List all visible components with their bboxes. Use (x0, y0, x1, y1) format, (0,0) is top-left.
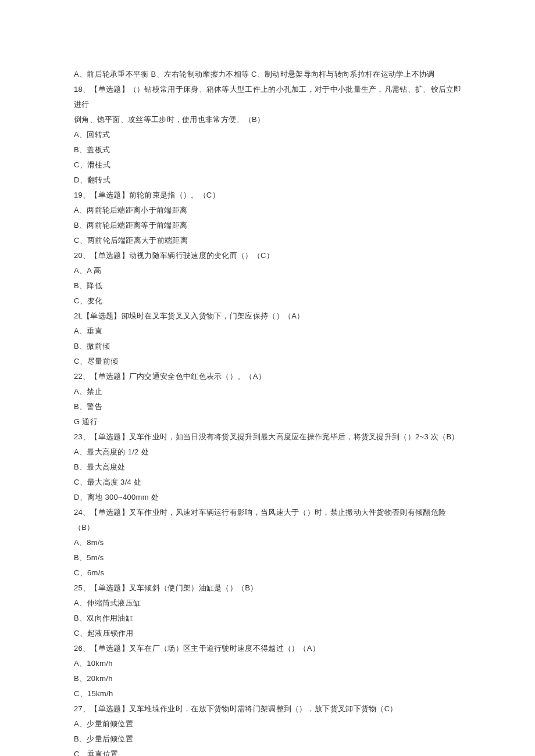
q21-option-c: C、尽量前倾 (74, 354, 464, 369)
q21-option-a: A、垂直 (74, 324, 464, 339)
q18-option-d: D、翻转式 (74, 173, 464, 188)
q18-option-b: B、盖板式 (74, 142, 464, 157)
q26-option-a: A、10km/h (74, 656, 464, 671)
q26-stem: 26、【单选题】叉车在厂（场）区主干道行驶时速度不得越过（）（A） (74, 641, 464, 656)
q25-option-b: B、双向作用油缸 (74, 611, 464, 626)
q24-option-c: C、6m/s (74, 565, 464, 581)
q23-option-a: A、最大高度的 1/2 处 (74, 445, 464, 460)
q20-option-a: A、A 高 (74, 263, 464, 278)
q26-option-b: B、20km/h (74, 671, 464, 686)
q27-stem: 27、【单选题】叉车堆垛作业时，在放下货物时需将门架调整到（），放下货叉卸下货物… (74, 701, 464, 716)
q21-option-b: B、微前倾 (74, 339, 464, 354)
q26-option-c: C、15km/h (74, 686, 464, 701)
q18-option-a: A、回转式 (74, 127, 464, 142)
q20-option-c: C、变化 (74, 293, 464, 309)
q24-option-a: A、8m/s (74, 535, 464, 550)
q23-option-b: B、最大高度处 (74, 460, 464, 475)
q20-option-b: B、降低 (74, 278, 464, 293)
q19-option-b: B、两前轮后端距离等于前端距离 (74, 218, 464, 233)
q22-option-c: G 通行 (74, 414, 464, 429)
q23-option-c: C、最大高度 3/4 处 (74, 475, 464, 490)
q25-option-c: C、起液压锁作用 (74, 626, 464, 641)
q23-stem: 23、【单选题】叉车作业时，如当日没有将货叉提升到最大高度应在操作完毕后，将货叉… (74, 429, 464, 445)
q24-stem: 24、【单选题】叉车作业时，风速对车辆运行有影响，当风速大于（）时，禁止搬动大件… (74, 505, 464, 535)
q25-stem: 25、【单选题】叉车倾斜（使门架）油缸是（）（B） (74, 581, 464, 596)
q20-stem: 20、【单选题】动视力随车辆行驶速度的变化而（）（C） (74, 248, 464, 263)
q18-option-c: C、滑柱式 (74, 157, 464, 173)
q19-stem: 19、【单选题】前轮前束是指（）。（C） (74, 188, 464, 203)
q24-option-b: B、5m/s (74, 550, 464, 565)
q25-option-a: A、伸缩筒式液压缸 (74, 596, 464, 611)
q18-stem-line2: 倒角、锪平面、攻丝等工步时，使用也非常方便。（B） (74, 112, 464, 127)
q22-option-a: A、禁止 (74, 384, 464, 399)
q22-option-b: B、警告 (74, 399, 464, 414)
q27-option-c: C、垂直位置 (74, 747, 464, 756)
q23-option-d: D、离地 300~400mm 处 (74, 490, 464, 505)
q19-option-c: C、两前轮后端距离大于前端距离 (74, 233, 464, 248)
q27-option-b: B、少量后倾位置 (74, 732, 464, 747)
q17-options: A、前后轮承重不平衡 B、左右轮制动摩擦力不相等 C、制动时悬架导向杆与转向系拉… (74, 67, 464, 82)
q19-option-a: A、两前轮后端距离小于前端距离 (74, 203, 464, 218)
q22-stem: 22、【单选题】厂内交通安全色中红色表示（）。（A） (74, 369, 464, 384)
q18-stem-line1: 18、【单选题】（）钻模常用于床身、箱体等大型工件上的小孔加工，对于中小批量生产… (74, 82, 464, 112)
q21-stem: 2L【单选题】卸垛时在叉车货叉叉入货物下，门架应保持（）（A） (74, 309, 464, 324)
q27-option-a: A、少量前倾位置 (74, 716, 464, 732)
